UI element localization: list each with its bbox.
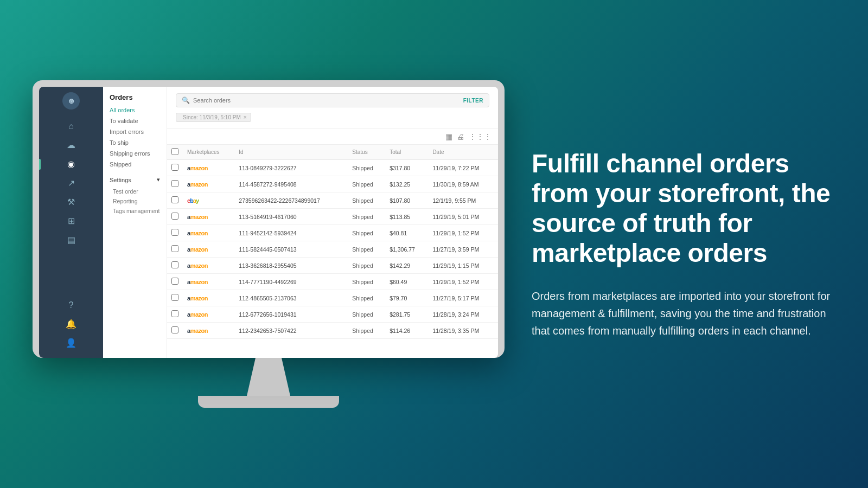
side-nav: Orders All orders To validate Import err… <box>103 87 167 358</box>
row-checkbox[interactable] <box>171 245 178 252</box>
search-bar[interactable]: 🔍 FILTER <box>176 93 489 107</box>
cell-status: Shipped <box>348 225 385 241</box>
sidebar-document-icon[interactable]: ▤ <box>39 230 103 249</box>
row-checkbox[interactable] <box>171 326 178 333</box>
amazon-logo: amazon <box>187 230 208 236</box>
nav-tags-management[interactable]: Tags management <box>103 206 167 216</box>
cell-date: 11/27/19, 3:59 PM <box>428 241 498 258</box>
row-checkbox[interactable] <box>171 196 178 203</box>
hero-body: Orders from marketplaces are imported in… <box>532 287 835 339</box>
cell-status: Shipped <box>348 209 385 225</box>
amazon-logo: amazon <box>187 246 208 253</box>
sidebar-user-icon[interactable]: 👤 <box>39 333 103 352</box>
select-all-checkbox[interactable] <box>171 148 178 155</box>
hero-heading: Fulfill channel orders from your storefr… <box>532 149 835 268</box>
cell-status: Shipped <box>348 160 385 176</box>
nav-settings-chevron-icon: ▾ <box>157 176 160 183</box>
table-row: amazon112-2342653-7507422Shipped$114.261… <box>167 323 498 339</box>
nav-test-order[interactable]: Test order <box>103 187 167 196</box>
table-row: amazon112-4865505-2137063Shipped$79.7011… <box>167 290 498 306</box>
sidebar-grid-icon[interactable]: ⊞ <box>39 211 103 230</box>
app-logo[interactable]: ⊛ <box>62 92 80 110</box>
app-sidebar: ⊛ ⌂ ☁ ◉ ↗ ⚒ ⊞ ▤ ? 🔔 👤 <box>39 87 103 358</box>
nav-all-orders[interactable]: All orders <box>103 105 167 115</box>
col-status: Status <box>348 145 385 160</box>
view-icon[interactable]: ⋮⋮⋮ <box>469 132 492 141</box>
table-row: ebay273596263422-2226734899017Shipped$10… <box>167 192 498 209</box>
cell-status: Shipped <box>348 290 385 306</box>
monitor-screen: ⊛ ⌂ ☁ ◉ ↗ ⚒ ⊞ ▤ ? 🔔 👤 Orders All orders … <box>39 87 498 358</box>
filter-tag-remove-icon[interactable]: × <box>244 114 247 120</box>
cell-total: $142.29 <box>385 258 428 274</box>
row-checkbox[interactable] <box>171 180 178 187</box>
row-checkbox[interactable] <box>171 294 178 301</box>
print-icon[interactable]: 🖨 <box>457 132 464 141</box>
cell-id: 112-2342653-7507422 <box>234 323 348 339</box>
nav-section-title: Orders <box>103 91 167 105</box>
nav-to-validate[interactable]: To validate <box>103 115 167 126</box>
sidebar-tools-icon[interactable]: ⚒ <box>39 192 103 211</box>
sidebar-cloud-icon[interactable]: ☁ <box>39 136 103 155</box>
cell-date: 11/29/19, 1:52 PM <box>428 225 498 241</box>
nav-import-errors[interactable]: Import errors <box>103 126 167 137</box>
cell-id: 273596263422-2226734899017 <box>234 192 348 209</box>
monitor-base <box>198 396 339 408</box>
cell-marketplace: amazon <box>183 241 234 258</box>
sidebar-help-icon[interactable]: ? <box>39 296 103 314</box>
cell-total: $107.80 <box>385 192 428 209</box>
sidebar-orders-icon[interactable]: ◉ <box>39 155 103 174</box>
nav-shipped[interactable]: Shipped <box>103 159 167 170</box>
cell-status: Shipped <box>348 323 385 339</box>
row-checkbox[interactable] <box>171 310 178 317</box>
cell-total: $113.85 <box>385 209 428 225</box>
cell-id: 113-3626818-2955405 <box>234 258 348 274</box>
row-checkbox[interactable] <box>171 229 178 236</box>
row-checkbox[interactable] <box>171 213 178 220</box>
cell-date: 11/29/19, 7:22 PM <box>428 160 498 176</box>
nav-settings-header[interactable]: Settings ▾ <box>103 173 167 187</box>
search-input[interactable] <box>193 97 463 104</box>
right-text-panel: Fulfill channel orders from your storefr… <box>505 138 835 351</box>
cell-status: Shipped <box>348 241 385 258</box>
cell-marketplace: amazon <box>183 258 234 274</box>
cell-date: 11/27/19, 5:17 PM <box>428 290 498 306</box>
amazon-logo: amazon <box>187 214 208 220</box>
cell-total: $1,306.77 <box>385 241 428 258</box>
filter-button[interactable]: FILTER <box>463 98 483 104</box>
cell-date: 11/28/19, 3:24 PM <box>428 306 498 323</box>
cell-total: $281.75 <box>385 306 428 323</box>
sidebar-bell-icon[interactable]: 🔔 <box>39 314 103 333</box>
sidebar-chart-icon[interactable]: ↗ <box>39 174 103 192</box>
col-id: Id <box>234 145 348 160</box>
cell-id: 112-4865505-2137063 <box>234 290 348 306</box>
cell-id: 113-5164919-4617060 <box>234 209 348 225</box>
table-row: amazon114-7771190-4492269Shipped$60.4911… <box>167 274 498 290</box>
cell-marketplace: amazon <box>183 274 234 290</box>
cell-id: 114-7771190-4492269 <box>234 274 348 290</box>
cell-marketplace: amazon <box>183 209 234 225</box>
cell-total: $114.26 <box>385 323 428 339</box>
amazon-logo: amazon <box>187 279 208 285</box>
row-checkbox[interactable] <box>171 278 178 285</box>
cell-marketplace: amazon <box>183 306 234 323</box>
columns-icon[interactable]: ▦ <box>445 132 452 141</box>
sidebar-home-icon[interactable]: ⌂ <box>39 117 103 136</box>
nav-shipping-errors[interactable]: Shipping errors <box>103 148 167 159</box>
table-row: amazon112-6772656-1019431Shipped$281.751… <box>167 306 498 323</box>
table-row: amazon111-9452142-5939424Shipped$40.8111… <box>167 225 498 241</box>
row-checkbox[interactable] <box>171 261 178 268</box>
table-row: amazon111-5824445-0507413Shipped$1,306.7… <box>167 241 498 258</box>
cell-total: $79.70 <box>385 290 428 306</box>
content-header: 🔍 FILTER Since: 11/3/19, 5:10 PM × <box>167 87 498 129</box>
cell-id: 114-4587272-9495408 <box>234 176 348 192</box>
cell-date: 11/29/19, 5:01 PM <box>428 209 498 225</box>
row-checkbox[interactable] <box>171 164 178 171</box>
filter-tag: Since: 11/3/19, 5:10 PM × <box>176 113 251 122</box>
nav-to-ship[interactable]: To ship <box>103 137 167 148</box>
col-marketplaces: Marketplaces <box>183 145 234 160</box>
monitor-shell: ⊛ ⌂ ☁ ◉ ↗ ⚒ ⊞ ▤ ? 🔔 👤 Orders All orders … <box>33 80 505 358</box>
col-total: Total <box>385 145 428 160</box>
cell-marketplace: amazon <box>183 225 234 241</box>
amazon-logo: amazon <box>187 295 208 301</box>
nav-reporting[interactable]: Reporting <box>103 196 167 206</box>
